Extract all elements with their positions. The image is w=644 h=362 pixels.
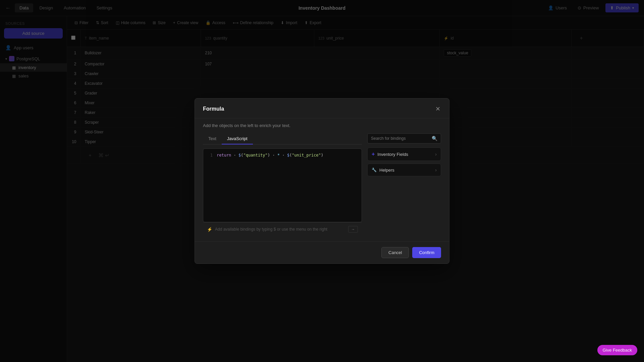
code-line-1: 1 return · $("quantity") · * · $("unit_p… <box>207 153 358 158</box>
lightning-icon: ⚡ <box>207 227 212 232</box>
formula-tabs: Text JavaScript <box>203 133 362 144</box>
modal-subtitle: Add the objects on the left to enrich yo… <box>195 118 449 128</box>
formula-modal: Formula ✕ Add the objects on the left to… <box>195 98 449 264</box>
chevron-right-icon-helpers: › <box>435 167 437 173</box>
cancel-button[interactable]: Cancel <box>381 247 409 258</box>
helpers-label: Helpers <box>379 168 394 173</box>
binding-group-inventory-fields[interactable]: + Inventory Fields › <box>367 147 441 161</box>
tab-javascript[interactable]: JavaScript <box>222 133 253 144</box>
confirm-button[interactable]: Confirm <box>412 247 441 258</box>
modal-footer: Cancel Confirm <box>195 241 449 263</box>
modal-title: Formula <box>203 106 224 112</box>
search-icon: 🔍 <box>432 136 437 141</box>
binding-group-helpers[interactable]: 🔧 Helpers › <box>367 164 441 176</box>
formula-hint: Add available bindings by typing $ or us… <box>215 227 345 232</box>
search-bindings-input[interactable] <box>371 136 429 141</box>
tab-text[interactable]: Text <box>203 133 222 144</box>
editor-section: Text JavaScript 1 return · $("quantity")… <box>203 133 362 236</box>
inventory-fields-label: Inventory Fields <box>377 152 408 157</box>
plus-icon: + <box>372 151 375 157</box>
modal-header: Formula ✕ <box>195 99 449 118</box>
modal-body: Text JavaScript 1 return · $("quantity")… <box>195 128 449 241</box>
give-feedback-button[interactable]: Give Feedback <box>597 345 637 355</box>
line-number: 1 <box>207 153 213 158</box>
modal-overlay[interactable]: Formula ✕ Add the objects on the left to… <box>0 0 644 362</box>
bindings-panel: 🔍 + Inventory Fields › 🔧 Helpers › <box>367 133 441 236</box>
wrench-icon: 🔧 <box>372 168 377 172</box>
formula-action-button[interactable]: → <box>348 226 358 233</box>
code-content: return · $("quantity") · * · $("unit_pri… <box>217 153 323 158</box>
search-bindings-container: 🔍 <box>367 133 441 143</box>
chevron-right-icon: › <box>435 152 437 157</box>
code-editor[interactable]: 1 return · $("quantity") · * · $("unit_p… <box>203 148 362 222</box>
modal-close-button[interactable]: ✕ <box>435 105 441 113</box>
formula-bottom-bar: ⚡ Add available bindings by typing $ or … <box>203 222 362 236</box>
